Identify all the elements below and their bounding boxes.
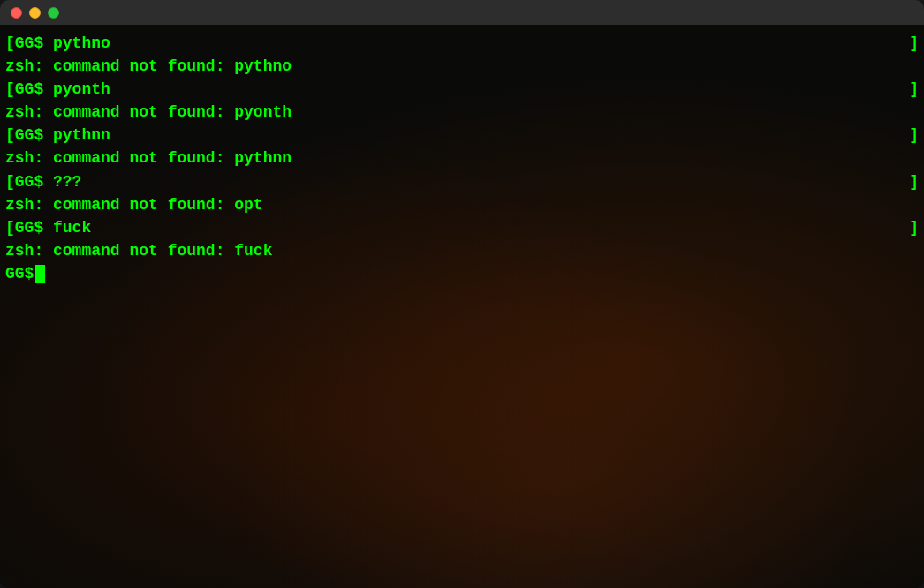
error-line: zsh: command not found: pyonth	[5, 101, 292, 124]
prompt-text: GG$	[5, 262, 34, 285]
terminal-line: zsh: command not found: pyonth	[5, 101, 919, 124]
terminal-window: [GG$ pythno ] zsh: command not found: py…	[0, 0, 924, 588]
error-line: zsh: command not found: fuck	[5, 239, 272, 262]
terminal-line: [GG$ pythno ]	[5, 32, 919, 55]
scroll-mark: ]	[909, 170, 919, 193]
terminal-body[interactable]: [GG$ pythno ] zsh: command not found: py…	[0, 25, 924, 588]
terminal-content: [GG$ pythno ] zsh: command not found: py…	[0, 25, 924, 292]
command-line: [GG$ fuck	[5, 216, 91, 239]
command-line: [GG$ pyonth	[5, 78, 110, 101]
maximize-button[interactable]	[48, 7, 59, 19]
terminal-line: [GG$ pyonth ]	[5, 78, 919, 101]
command-line: [GG$ ???	[5, 170, 81, 193]
terminal-line: zsh: command not found: pythnn	[5, 147, 919, 170]
error-line: zsh: command not found: opt	[5, 193, 263, 216]
terminal-line: [GG$ fuck ]	[5, 216, 919, 239]
command-line: [GG$ pythno	[5, 32, 110, 55]
error-line: zsh: command not found: pythno	[5, 55, 292, 78]
terminal-line: [GG$ pythnn ]	[5, 124, 919, 147]
scroll-mark: ]	[909, 32, 919, 55]
terminal-line: [GG$ ??? ]	[5, 170, 919, 193]
scroll-mark: ]	[909, 78, 919, 101]
terminal-line: zsh: command not found: opt	[5, 193, 919, 216]
terminal-line: zsh: command not found: pythno	[5, 55, 919, 78]
close-button[interactable]	[11, 7, 22, 19]
scroll-mark: ]	[909, 124, 919, 147]
terminal-prompt-line: GG$	[5, 262, 919, 285]
minimize-button[interactable]	[29, 7, 41, 19]
command-line: [GG$ pythnn	[5, 124, 110, 147]
titlebar	[0, 0, 924, 25]
error-line: zsh: command not found: pythnn	[5, 147, 292, 170]
terminal-line: zsh: command not found: fuck	[5, 239, 919, 262]
terminal-cursor	[35, 265, 45, 283]
scroll-mark: ]	[909, 216, 919, 239]
